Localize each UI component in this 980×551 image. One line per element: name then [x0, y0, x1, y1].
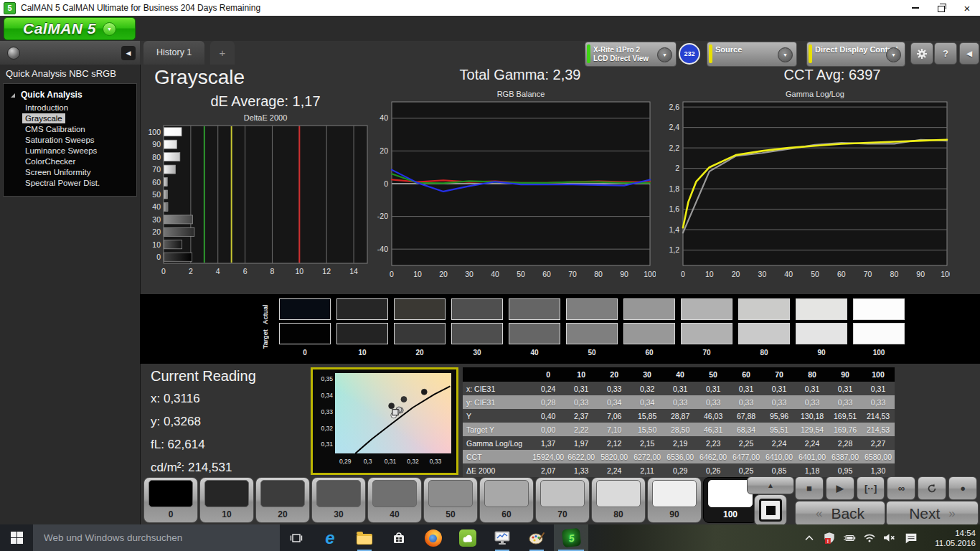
meter-dropdown[interactable]: X-Rite i1Pro 2 LCD Direct View ▼	[585, 42, 677, 67]
actual-swatch-60	[623, 298, 675, 320]
pattern-level-0-button[interactable]: 0	[143, 477, 198, 523]
table-cell: 0,31	[862, 385, 895, 393]
table-col-header: 60	[730, 370, 763, 379]
source-label: Source	[707, 42, 742, 54]
settings-button[interactable]	[910, 42, 933, 65]
sidebar-item-colorchecker[interactable]: ColorChecker	[22, 156, 78, 166]
taskbar-edge[interactable]: e	[313, 524, 347, 551]
tray-notifications[interactable]	[901, 532, 921, 544]
svg-text:10: 10	[413, 270, 422, 278]
svg-text:100: 100	[148, 128, 161, 136]
current-reading-title: Current Reading	[151, 368, 256, 385]
target-swatch-20	[394, 323, 446, 344]
calman-icon: 5	[561, 528, 580, 547]
sidebar-item-grayscale[interactable]: Grayscale	[22, 113, 65, 123]
sidebar-item-spectral-power-dist[interactable]: Spectral Power Dist.	[22, 178, 103, 188]
svg-text:0,31: 0,31	[385, 458, 397, 465]
tray-volume[interactable]	[881, 533, 898, 542]
pattern-level-60-button[interactable]: 60	[479, 477, 534, 523]
tray-power[interactable]	[841, 534, 858, 542]
pattern-level-30-button[interactable]: 30	[311, 477, 366, 523]
refresh-button[interactable]	[918, 476, 946, 500]
swatch-level-label: 90	[817, 349, 825, 357]
next-button[interactable]: Next »	[886, 501, 979, 526]
tab-history-1[interactable]: History 1	[143, 41, 204, 65]
taskbar-cloud-app[interactable]	[451, 524, 485, 551]
table-cell: 68,34	[730, 425, 763, 434]
sidebar-collapse-button[interactable]: ◀	[121, 46, 136, 60]
pattern-level-10-button[interactable]: 10	[199, 477, 254, 523]
taskbar-store[interactable]	[382, 524, 416, 551]
table-cell: 46,31	[697, 425, 730, 434]
meter-count-badge: 232	[679, 43, 700, 65]
taskbar-explorer[interactable]	[347, 524, 382, 551]
pattern-level-20-button[interactable]: 20	[255, 477, 310, 523]
sidebar-item-saturation-sweeps[interactable]: Saturation Sweeps	[22, 135, 98, 145]
logo-dropdown-button[interactable]: ▼	[103, 22, 116, 36]
pattern-swatch	[260, 480, 305, 507]
pattern-level-40-button[interactable]: 40	[367, 477, 422, 523]
gear-icon	[916, 48, 928, 60]
cloud-app-icon	[459, 529, 476, 547]
sidebar-item-quick-analysis[interactable]: Quick Analysis	[4, 88, 136, 102]
loop-button[interactable]: ∞	[887, 476, 915, 500]
swatch-col-10: 10	[334, 298, 391, 357]
restore-button[interactable]	[928, 0, 954, 16]
tray-expand-button[interactable]	[801, 534, 818, 542]
pattern-swatch	[484, 480, 529, 507]
table-cell: 6477,00	[730, 453, 763, 461]
pattern-window-button[interactable]	[754, 494, 787, 526]
table-row-label: Target Y	[463, 425, 532, 434]
taskbar-firefox[interactable]	[416, 524, 451, 551]
panel-collapse-button[interactable]: ◀	[959, 42, 979, 65]
sidebar-item-screen-uniformity[interactable]: Screen Uniformity	[22, 167, 93, 177]
minimize-button[interactable]	[903, 0, 928, 16]
sidebar-item-introduction[interactable]: Introduction	[22, 103, 71, 113]
range-button[interactable]: [··]	[857, 476, 885, 500]
add-tab-button[interactable]: +	[210, 41, 235, 65]
display-control-dropdown[interactable]: Direct Display Control ▼	[806, 42, 905, 67]
pattern-level-label: 70	[557, 509, 567, 519]
svg-text:-20: -20	[377, 212, 388, 220]
task-view-button[interactable]	[280, 524, 313, 551]
pattern-level-70-button[interactable]: 70	[535, 477, 590, 523]
source-dropdown[interactable]: Source ▼	[707, 42, 797, 67]
stop-button[interactable]: ■	[795, 476, 824, 500]
taskbar-calman[interactable]: 5	[554, 524, 588, 551]
search-input[interactable]	[33, 524, 280, 551]
sidebar-item-luminance-sweeps[interactable]: Luminance Sweeps	[22, 146, 100, 156]
sidebar-item-cms-calibration[interactable]: CMS Calibration	[22, 124, 88, 134]
svg-text:0,34: 0,34	[321, 392, 333, 399]
swatch-level-label: 100	[873, 349, 885, 357]
play-button[interactable]: ▶	[826, 476, 854, 500]
help-button[interactable]: ?	[934, 42, 957, 65]
taskbar-paint[interactable]	[519, 524, 554, 551]
table-cell: 0,31	[664, 385, 697, 393]
taskbar-analyzer-app[interactable]	[485, 524, 519, 551]
pattern-level-80-button[interactable]: 80	[591, 477, 646, 523]
svg-text:70: 70	[568, 270, 577, 278]
target-swatch-90	[796, 323, 847, 344]
pattern-level-50-button[interactable]: 50	[423, 477, 478, 523]
pattern-swatch	[596, 480, 641, 507]
pattern-level-90-button[interactable]: 90	[647, 477, 702, 523]
record-button[interactable]: ●	[948, 476, 977, 500]
svg-text:10: 10	[295, 267, 303, 276]
svg-text:100: 100	[644, 270, 656, 278]
taskbar-clock[interactable]: 14:54 11.05.2016	[924, 528, 976, 548]
tray-network[interactable]	[861, 533, 878, 542]
table-cell: 2,15	[631, 439, 664, 448]
pattern-up-button[interactable]: ▲	[747, 476, 794, 494]
table-cell: 0,29	[664, 466, 697, 475]
taskbar-search[interactable]	[33, 524, 280, 551]
start-button[interactable]	[0, 524, 33, 551]
sidebar-header: ◀	[0, 41, 140, 65]
pattern-level-row: 0102030405060708090100	[143, 477, 758, 523]
pattern-level-label: 60	[501, 509, 511, 519]
target-swatch-40	[509, 323, 560, 344]
sidebar-knob-button[interactable]	[7, 47, 20, 60]
tray-security[interactable]: !	[821, 532, 838, 545]
actual-swatch-80	[738, 298, 790, 320]
back-button[interactable]: « Back	[795, 501, 885, 526]
close-button[interactable]: ×	[954, 0, 980, 16]
